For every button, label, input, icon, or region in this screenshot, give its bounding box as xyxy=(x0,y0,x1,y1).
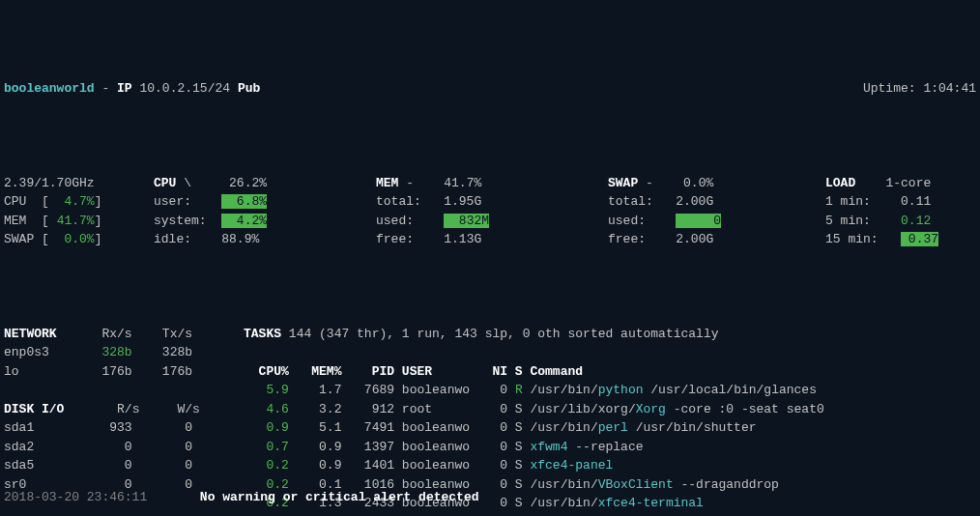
ip-label: IP xyxy=(117,81,132,96)
swap-title: SWAP xyxy=(608,176,638,190)
pub-label: Pub xyxy=(238,81,260,96)
footer: 2018-03-20 23:46:11 No warning or critic… xyxy=(4,488,479,507)
cpu-user: 6.8% xyxy=(221,194,267,209)
load-1min-label: 1 min: xyxy=(825,194,871,209)
hostname: booleanworld xyxy=(4,81,95,96)
swap-free-label: free: xyxy=(608,232,646,246)
mem-title: MEM xyxy=(376,176,398,190)
swap-pct: 0.0% xyxy=(683,176,713,190)
uptime-label: Uptime: xyxy=(863,81,916,96)
load-5min: 0.12 xyxy=(901,214,931,228)
q-swap-pct: 0.0% xyxy=(64,232,94,246)
mem-indicator: - xyxy=(406,176,414,190)
load-1min: 0.11 xyxy=(901,194,931,209)
swap-total-label: total: xyxy=(608,194,653,209)
q-cpu-pct: 4.7% xyxy=(64,194,94,209)
tasks-summary: 144 (347 thr), 1 run, 143 slp, 0 oth sor… xyxy=(289,327,719,341)
load-15min-label: 15 min: xyxy=(825,232,879,246)
swap-indicator: - xyxy=(646,176,653,190)
swap-free: 2.00G xyxy=(676,232,713,246)
swap-used-label: used: xyxy=(608,214,646,228)
cpu-idle: 88.9% xyxy=(221,232,259,246)
swap-total: 2.00G xyxy=(676,194,713,209)
cpu-system-label: system: xyxy=(154,214,207,228)
diskio-title: DISK I/O xyxy=(4,402,64,416)
tasks-title: TASKS xyxy=(244,327,281,341)
swap-used: 0 xyxy=(676,214,721,228)
q-mem-label: MEM xyxy=(4,214,26,228)
mem-pct: 41.7% xyxy=(444,176,481,190)
stats-section: 2.39/1.70GHzCPU \ 26.2%MEM - 41.7%SWAP -… xyxy=(4,155,976,249)
mem-free-label: free: xyxy=(376,232,414,246)
cpu-idle-label: idle: xyxy=(154,232,191,246)
mem-total-label: total: xyxy=(376,194,421,209)
cpu-indicator: \ xyxy=(184,176,191,190)
cpu-total: 26.2% xyxy=(229,176,267,190)
cpu-freq: 2.39/1.70GHz xyxy=(4,176,95,190)
content-section: NETWORK Rx/s Tx/s enp0s3 328b 328b lo 17… xyxy=(4,305,976,516)
load-cores: 1-core xyxy=(885,176,931,190)
cpu-user-label: user: xyxy=(154,194,191,209)
load-title: LOAD xyxy=(825,176,855,190)
alert-message: No warning or critical alert detected xyxy=(200,488,479,507)
q-swap-label: SWAP xyxy=(4,232,34,246)
cpu-title: CPU xyxy=(154,176,176,190)
load-15min: 0.37 xyxy=(901,232,938,246)
header: booleanworld - IP 10.0.2.15/24 Pub Uptim… xyxy=(4,79,976,99)
cpu-system: 4.2% xyxy=(221,214,267,228)
datetime: 2018-03-20 23:46:11 xyxy=(4,488,147,507)
mem-total: 1.95G xyxy=(444,194,481,209)
uptime-value: 1:04:41 xyxy=(923,81,976,96)
load-5min-label: 5 min: xyxy=(825,214,871,228)
q-cpu-label: CPU xyxy=(4,194,26,209)
mem-used: 832M xyxy=(444,214,489,228)
ip-address: 10.0.2.15/24 xyxy=(139,81,230,96)
mem-free: 1.13G xyxy=(444,232,481,246)
network-title: NETWORK xyxy=(4,327,57,341)
q-mem-pct: 41.7% xyxy=(57,214,95,228)
mem-used-label: used: xyxy=(376,214,414,228)
